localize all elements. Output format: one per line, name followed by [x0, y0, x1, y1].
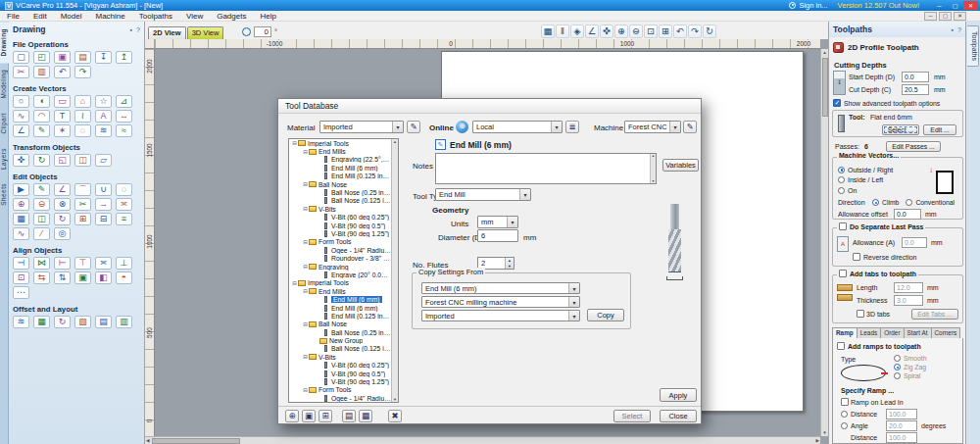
- tree-item[interactable]: V-Bit (90 deg 1.25"): [289, 377, 391, 385]
- tree-item[interactable]: Ball Nose: [289, 180, 391, 188]
- wrap-vectors-icon[interactable]: ◎: [54, 227, 71, 240]
- scale-selection-icon[interactable]: ◱: [54, 154, 71, 167]
- tree-item[interactable]: End Mills: [289, 287, 391, 295]
- machine-vectors-option[interactable]: On: [838, 185, 893, 196]
- align-left-icon[interactable]: ⊣: [13, 257, 29, 270]
- mdi-close-button[interactable]: ✕: [954, 12, 966, 21]
- tree-item[interactable]: V-Bit (90 deg 1.25"): [289, 229, 391, 237]
- print-icon[interactable]: ▤: [74, 51, 91, 64]
- side-tab[interactable]: Modeling: [0, 63, 9, 106]
- dimension-icon[interactable]: ↔: [116, 110, 132, 123]
- cut-icon[interactable]: ✂: [13, 66, 29, 78]
- ramp-lead-in-checkbox[interactable]: [841, 398, 849, 406]
- variables-button[interactable]: Variables: [662, 159, 699, 172]
- tool-edit-button[interactable]: Edit ...: [923, 124, 956, 135]
- text-on-curve-icon[interactable]: ≀: [74, 110, 91, 123]
- intersect-vectors-icon[interactable]: ⊗: [54, 198, 71, 211]
- tree-item[interactable]: V-Bit (60 deg 0.25"): [289, 214, 391, 222]
- tree-item[interactable]: New Group: [289, 336, 391, 344]
- redo-view-icon[interactable]: ↷: [688, 25, 702, 38]
- ramp-angle-radio[interactable]: [841, 422, 848, 429]
- cut-depth-input[interactable]: 20.5: [902, 84, 929, 95]
- tree-item[interactable]: End Mill (6 mm): [289, 164, 391, 172]
- snap-objects-icon[interactable]: ◈: [570, 25, 584, 38]
- help-icon[interactable]: ?: [957, 26, 961, 33]
- scroll-thumb[interactable]: [152, 438, 240, 444]
- plate-layout-icon[interactable]: ▥: [116, 316, 132, 328]
- import-tools-button[interactable]: ▤: [342, 410, 356, 422]
- side-tab[interactable]: Sheets: [0, 176, 9, 213]
- pan-view-icon[interactable]: ✜: [600, 25, 613, 38]
- expand-icon[interactable]: [302, 180, 309, 188]
- draw-arc-icon[interactable]: ◠: [33, 110, 50, 123]
- expand-icon[interactable]: [302, 148, 309, 156]
- tree-item[interactable]: V-Bit (90 deg 0.5"): [289, 222, 391, 229]
- align-bottom-icon[interactable]: ⊥: [116, 257, 132, 270]
- pin-icon[interactable]: ▪: [130, 26, 132, 33]
- scroll-up-icon[interactable]: ▲: [393, 139, 397, 144]
- draw-polyline-icon[interactable]: ⊿: [116, 95, 132, 108]
- machine-vectors-option[interactable]: Outside / Right: [838, 165, 893, 175]
- fit-curve-icon[interactable]: ≈: [116, 124, 132, 137]
- draw-polygon-icon[interactable]: ⌂: [74, 95, 91, 108]
- pin-icon[interactable]: ▪: [952, 26, 954, 33]
- sign-in-button[interactable]: Sign in...: [789, 1, 827, 10]
- edit-tool-name-icon[interactable]: ✎: [435, 139, 446, 150]
- copy-machine-dropdown[interactable]: Forest CNC milling machine: [421, 296, 580, 308]
- zoom-out-icon[interactable]: ⊖: [629, 25, 643, 38]
- material-dropdown[interactable]: Imported: [319, 121, 404, 133]
- trim-vectors-icon[interactable]: ✂: [74, 198, 91, 211]
- scroll-thumb[interactable]: [822, 58, 828, 117]
- toolpaths-strip-tab[interactable]: Toolpaths: [967, 25, 979, 67]
- weld-vectors-icon[interactable]: ⊕: [13, 198, 29, 211]
- horizontal-scrollbar[interactable]: ◀ ▶: [145, 436, 820, 444]
- expand-icon[interactable]: [302, 238, 309, 246]
- tree-item[interactable]: Imperial Tools: [289, 279, 391, 287]
- add-ramps-checkbox[interactable]: [837, 342, 845, 350]
- tree-item[interactable]: Engraving (22.5°, Tip 0.1...: [289, 156, 391, 164]
- snap-circle-icon[interactable]: [242, 27, 251, 36]
- angle-input[interactable]: 0: [254, 26, 271, 37]
- dialog-title[interactable]: Tool Database: [278, 99, 701, 114]
- copy-tool-button[interactable]: ▣: [302, 410, 316, 422]
- tree-scrollbar[interactable]: ▲ ▼: [391, 139, 398, 402]
- tree-item[interactable]: Form Tools: [289, 238, 391, 246]
- tree-item[interactable]: End Mill (6 mm): [289, 304, 391, 312]
- menu-item[interactable]: File: [0, 11, 26, 22]
- draw-circle-icon[interactable]: ○: [13, 95, 29, 108]
- smooth-nodes-icon[interactable]: ∿: [13, 227, 29, 240]
- tree-item[interactable]: V-Bits: [289, 205, 391, 213]
- ramp-angle-input[interactable]: 20.0: [886, 420, 917, 431]
- menu-item[interactable]: Edit: [26, 11, 54, 22]
- version-promo-link[interactable]: Version 12.507 Out Now!: [838, 1, 919, 10]
- advanced-options-checkbox[interactable]: [833, 99, 841, 107]
- machine-vectors-option[interactable]: Inside / Left: [838, 175, 893, 186]
- copy-button[interactable]: Copy: [587, 309, 624, 321]
- smart-snapping-icon[interactable]: ∠: [585, 25, 599, 38]
- align-center-h-icon[interactable]: ⋈: [33, 257, 50, 270]
- rotate-selection-icon[interactable]: ↻: [33, 154, 50, 167]
- move-selection-icon[interactable]: ✜: [13, 154, 29, 167]
- online-download-icon[interactable]: ≣: [565, 121, 579, 133]
- space-vertical-icon[interactable]: ⇅: [54, 271, 71, 284]
- tree-item[interactable]: End Mill (6 mm): [289, 295, 391, 303]
- copy-material-dropdown[interactable]: Imported: [421, 310, 580, 321]
- side-tab[interactable]: Clipart: [0, 106, 9, 141]
- start-depth-input[interactable]: 0.0: [902, 72, 929, 82]
- help-icon[interactable]: ?: [136, 26, 140, 33]
- ramp-distance2-input[interactable]: 100.0: [886, 432, 917, 443]
- zoom-selection-icon[interactable]: ⊞: [659, 25, 672, 38]
- align-middle-icon[interactable]: ≍: [95, 257, 112, 270]
- tool-select-button[interactable]: Select ...: [882, 124, 919, 135]
- close-vector-icon[interactable]: ◌: [116, 183, 132, 196]
- tab-length-input[interactable]: 12.0: [894, 282, 923, 293]
- mirror-copy-icon[interactable]: ◫: [33, 213, 50, 225]
- scroll-left-icon[interactable]: ◀: [145, 437, 150, 444]
- tool-type-dropdown[interactable]: End Mill: [435, 188, 531, 201]
- expand-icon[interactable]: [302, 263, 309, 271]
- ungroup-vectors-icon[interactable]: ⊟: [95, 213, 112, 225]
- import-vectors-icon[interactable]: ↧: [95, 51, 112, 64]
- side-tab[interactable]: Drawing: [0, 22, 9, 63]
- menu-item[interactable]: View: [179, 11, 210, 22]
- measure-icon[interactable]: ∠: [54, 183, 71, 196]
